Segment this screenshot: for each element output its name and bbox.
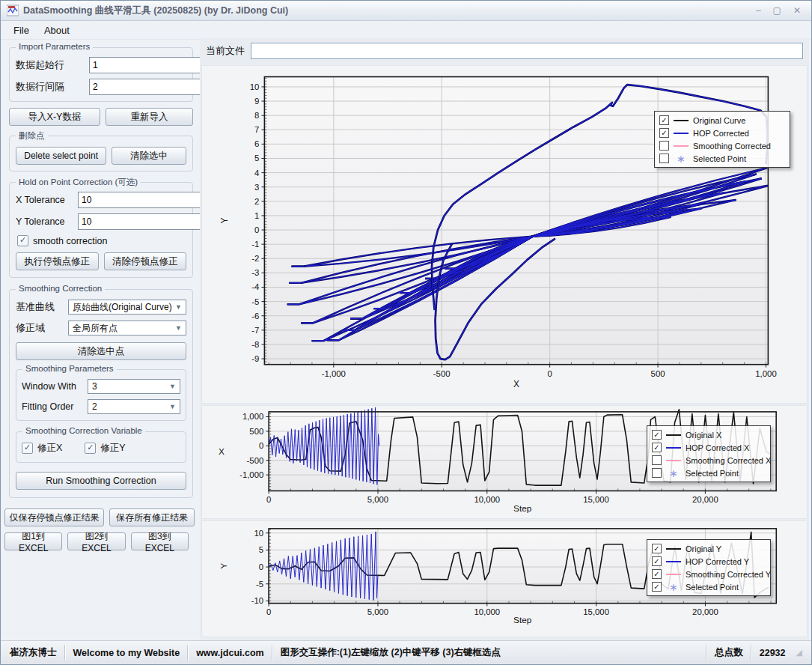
legend-label: HOP Corrected X (686, 443, 749, 452)
x-tolerance-input[interactable] (78, 192, 201, 208)
separator (64, 645, 66, 661)
legend-item: Smoothing Corrected X (652, 454, 766, 467)
legend-item: HOP Corrected X (652, 441, 766, 454)
menu-bar: File About (1, 21, 811, 40)
svg-text:-3: -3 (251, 268, 259, 277)
x-step-chart[interactable]: 05,00010,00015,00020,000-1,000-50005001,… (201, 405, 808, 519)
legend-item: Smoothing Corrected Y (652, 568, 766, 580)
status-author: 崔济东博士 (10, 646, 57, 659)
menu-about[interactable]: About (37, 23, 76, 37)
status-welcome[interactable]: Welcome to my Website (73, 648, 180, 658)
correction-domain-select[interactable]: 全局所有点 ▼ (68, 321, 186, 335)
base-curve-select[interactable]: 原始曲线(Original Curve) ▼ (68, 300, 186, 315)
legend-label: Smoothing Corrected Y (686, 570, 771, 579)
import-parameters-group: Import Parameters 数据起始行 数据行间隔 (9, 47, 193, 102)
svg-text:0: 0 (266, 495, 271, 504)
svg-text:-2: -2 (251, 254, 259, 263)
save-all-results-button[interactable]: 保存所有修正结果 (109, 508, 195, 526)
correction-domain-value: 全局所有点 (73, 322, 117, 335)
current-file-input[interactable] (251, 43, 803, 59)
svg-text:7: 7 (254, 125, 259, 134)
svg-text:-500: -500 (247, 456, 264, 465)
fix-x-checkbox[interactable] (22, 443, 33, 454)
svg-text:-7: -7 (251, 326, 259, 335)
svg-text:Y: Y (219, 563, 229, 569)
svg-text:-5: -5 (256, 580, 263, 589)
smoothing-correction-caption: Smoothing Correction (16, 284, 105, 293)
legend-checkbox[interactable] (659, 154, 669, 163)
svg-text:0: 0 (259, 562, 263, 571)
legend-line-sample (666, 460, 681, 461)
legend-marker-sample: ∗ (674, 155, 689, 163)
legend-line-sample (666, 561, 681, 562)
data-row-interval-input[interactable] (89, 79, 213, 95)
legend-checkbox[interactable] (652, 443, 662, 452)
delete-select-point-button[interactable]: Delete select point (16, 147, 106, 165)
legend-checkbox[interactable] (652, 556, 662, 566)
legend-checkbox[interactable] (659, 128, 669, 138)
resize-grip[interactable]: ◢ (796, 648, 802, 658)
chart3-to-excel-button[interactable]: 图3到EXCEL (131, 532, 189, 550)
fitting-order-label: Fitting Order (22, 401, 82, 412)
legend-label: Selected Point (693, 154, 746, 163)
legend-checkbox[interactable] (652, 468, 662, 478)
fitting-order-select[interactable]: 2 ▼ (88, 399, 180, 414)
legend-checkbox[interactable] (652, 430, 662, 440)
reimport-button[interactable]: 重新导入 (106, 108, 193, 126)
status-website[interactable]: www.jdcui.com (196, 648, 264, 658)
svg-text:1,000: 1,000 (755, 369, 777, 378)
run-hop-correction-button[interactable]: 执行停顿点修正 (16, 252, 99, 270)
minimize-button[interactable]: – (756, 5, 761, 16)
status-bar: 崔济东博士 Welcome to my Website www.jdcui.co… (1, 640, 811, 664)
y-step-chart[interactable]: 05,00010,00015,00020,000-10-50510StepYOr… (201, 520, 808, 637)
legend-item: Smoothing Corrected (659, 139, 785, 152)
separator (751, 645, 752, 661)
legend-checkbox[interactable] (659, 141, 669, 151)
data-start-row-input[interactable] (89, 57, 213, 73)
y-tolerance-input[interactable] (78, 213, 201, 230)
status-interaction-hint: 图形交互操作:(1)左键缩放 (2)中键平移 (3)右键框选点 (281, 646, 501, 659)
legend-checkbox[interactable] (652, 455, 662, 465)
legend-item: Original Y (652, 542, 766, 555)
legend-label: Smoothing Corrected X (686, 456, 771, 465)
legend-line-sample (674, 133, 689, 134)
clear-hop-correction-button[interactable]: 清除停顿点修正 (104, 252, 187, 270)
clear-selected-points-button[interactable]: 清除选中点 (16, 342, 186, 360)
close-button[interactable]: ✕ (793, 5, 801, 16)
chevron-down-icon: ▼ (175, 324, 182, 332)
main-xy-chart[interactable]: -1,000-50005001,000-9-8-7-6-5-4-3-2-1012… (201, 65, 808, 404)
title-bar: DataSmoothing 曲线平滑工具 (20250825) (by Dr. … (1, 1, 811, 21)
base-curve-value: 原始曲线(Original Curve) (73, 301, 172, 314)
legend-label: Selected Point (686, 469, 739, 478)
fix-y-checkbox[interactable] (85, 443, 96, 454)
clear-selected-button[interactable]: 清除选中 (112, 147, 186, 165)
legend-item: Original X (652, 428, 766, 441)
maximize-button[interactable]: ▢ (773, 5, 781, 16)
svg-text:5,000: 5,000 (367, 495, 388, 504)
smoothing-correction-group: Smoothing Correction 基准曲线 原始曲线(Original … (9, 289, 193, 498)
run-smoothing-correction-button[interactable]: Run Smoothing Correction (16, 472, 186, 490)
save-hop-results-button[interactable]: 仅保存停顿点修正结果 (4, 508, 104, 526)
svg-text:Step: Step (513, 615, 532, 625)
menu-file[interactable]: File (7, 23, 36, 37)
separator (706, 645, 707, 661)
legend-checkbox[interactable] (652, 569, 662, 579)
legend-checkbox[interactable] (659, 115, 669, 125)
chart1-to-excel-button[interactable]: 图1到EXCEL (4, 532, 62, 550)
svg-text:0: 0 (266, 607, 271, 616)
svg-text:10: 10 (254, 529, 264, 538)
fix-x-label: 修正X (37, 442, 62, 455)
chart2-to-excel-button[interactable]: 图2到EXCEL (67, 532, 125, 550)
window-width-select[interactable]: 3 ▼ (88, 379, 180, 394)
data-row-interval-label: 数据行间隔 (16, 80, 83, 94)
legend-checkbox[interactable] (652, 582, 662, 592)
smooth-correction-checkbox[interactable] (17, 235, 28, 246)
legend-checkbox[interactable] (652, 544, 662, 553)
svg-text:8: 8 (254, 111, 259, 120)
legend-item: HOP Corrected Y (652, 555, 766, 568)
correction-domain-label: 修正域 (16, 321, 62, 335)
chart-legend: Original YHOP Corrected YSmoothing Corre… (647, 539, 771, 596)
import-xy-data-button[interactable]: 导入X-Y数据 (9, 108, 100, 126)
svg-text:10: 10 (250, 82, 260, 91)
svg-text:6: 6 (254, 139, 259, 148)
